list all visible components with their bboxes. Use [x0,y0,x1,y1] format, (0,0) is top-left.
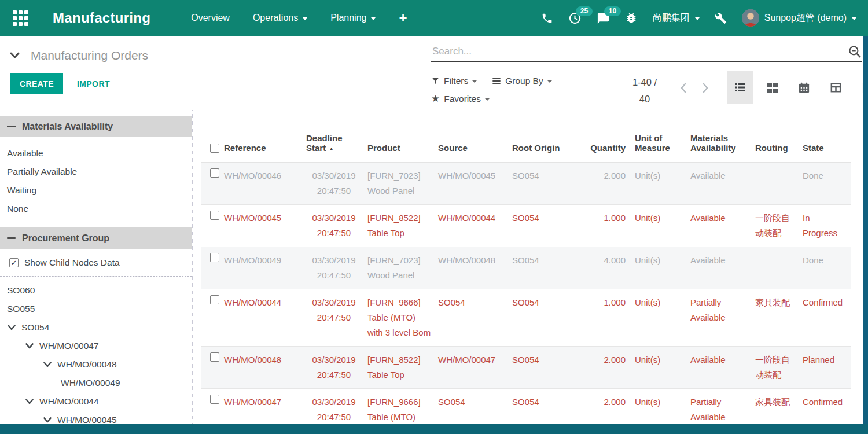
search-input[interactable] [431,45,848,58]
checkbox-empty [210,395,219,404]
column-header-quantity[interactable]: Quantity [584,110,634,162]
favorites-button[interactable]: ★ Favorites [431,94,490,104]
cell-quantity: 1.000 [584,204,634,247]
breadcrumb[interactable]: Manufacturing Orders [9,49,148,62]
cell-quantity: 4.000 [584,247,634,289]
calendar-view-button[interactable] [791,71,817,104]
pivot-view-button[interactable] [823,71,849,104]
cell-deadline: 03/30/2019 20:47:50 [305,162,366,204]
cell-source: WH/MO/00045 [437,162,511,204]
table-row[interactable]: WH/MO/0004903/30/2019 20:47:50[FURN_7023… [201,247,851,289]
company-switcher[interactable]: 尚鹏集团 [653,12,700,24]
table-header-row: ReferenceDeadline Start▲ProductSourceRoo… [201,110,851,162]
table-row[interactable]: WH/MO/0004803/30/2019 20:47:50[FURN_8522… [201,346,851,388]
cell-uom: Unit(s) [634,162,689,204]
user-menu[interactable]: Sunpop超管 (demo) [742,9,856,27]
content: Materials Availability AvailablePartiall… [0,110,868,434]
caret-down-icon [472,80,477,83]
cell-availability: Available [689,346,754,388]
cell-deadline: 03/30/2019 20:47:50 [305,204,366,247]
cell-root_origin: SO054 [511,346,584,388]
row-checkbox[interactable] [201,204,223,247]
pivot-icon [829,81,843,94]
caret-down-icon [303,17,307,20]
cell-state: Confirmed [801,289,851,346]
row-checkbox[interactable] [201,346,223,388]
column-header-state[interactable]: State [801,110,851,162]
column-header-materials-availability[interactable]: Materials Availability [689,110,754,162]
bottom-bar [0,424,868,434]
menu-planning[interactable]: Planning [330,13,376,23]
chevron-down-icon [9,52,20,60]
column-header-source[interactable]: Source [437,110,511,162]
phone-icon[interactable] [541,12,553,24]
bug-icon[interactable] [625,12,638,24]
filter-none[interactable]: None [0,200,192,218]
filters-button[interactable]: Filters [431,76,477,86]
apps-grid-icon[interactable] [13,10,28,26]
show-child-nodes-checkbox[interactable]: ✓ Show Child Nodes Data [0,249,192,275]
cell-uom: Unit(s) [634,289,689,346]
procurement-group-tree: SO060SO055SO054WH/MO/00047WH/MO/00048WH/… [0,281,192,429]
cell-quantity: 1.000 [584,289,634,346]
row-checkbox[interactable] [201,289,223,346]
column-header-product[interactable]: Product [366,110,437,162]
chevron-down-icon [25,343,34,350]
pager-next-button[interactable] [699,80,712,96]
vertical-scrollbar[interactable] [863,36,868,434]
cell-reference: WH/MO/00044 [223,289,305,346]
menu-operations[interactable]: Operations [253,13,307,23]
list-view-button[interactable] [727,71,753,104]
tree-item-wh-mo-00049[interactable]: WH/MO/00049 [0,374,192,392]
tree-item-wh-mo-00044[interactable]: WH/MO/00044 [0,392,192,411]
cell-availability: Available [689,162,754,204]
activities-clock-icon[interactable]: 25 [568,12,582,25]
column-header-reference[interactable]: Reference [223,110,305,162]
tree-item-so060[interactable]: SO060 [0,281,192,300]
cell-quantity: 2.000 [584,346,634,388]
pager-previous-button[interactable] [677,80,690,96]
table-row[interactable]: WH/MO/0004503/30/2019 20:47:50[FURN_8522… [201,204,851,247]
import-button[interactable]: IMPORT [73,73,113,94]
table-row[interactable]: WH/MO/0004403/30/2019 20:47:50[FURN_9666… [201,289,851,346]
plus-button[interactable]: + [399,12,407,24]
materials-availability-items: AvailablePartially AvailableWaitingNone [0,137,192,227]
row-checkbox[interactable] [201,247,223,289]
top-bar: Manufacturing OverviewOperationsPlanning… [0,0,868,36]
cell-reference: WH/MO/00049 [223,247,305,289]
tools-icon[interactable] [715,12,727,24]
page-title: Manufacturing Orders [31,49,148,62]
column-header-unit-of-measure[interactable]: Unit of Measure [634,110,689,162]
column-header-deadline-start[interactable]: Deadline Start▲ [305,110,366,162]
select-all-checkbox[interactable] [201,110,223,162]
column-header-root-origin[interactable]: Root Origin [511,110,584,162]
menu-overview[interactable]: Overview [191,13,230,23]
table-row[interactable]: WH/MO/0004603/30/2019 20:47:50[FURN_7023… [201,162,851,204]
cell-state: Done [801,247,851,289]
column-header-routing[interactable]: Routing [754,110,801,162]
search-magnifier-icon[interactable] [848,45,862,59]
filter-partially-available[interactable]: Partially Available [0,163,192,181]
messages-chat-icon[interactable]: 10 [597,12,610,25]
section-procurement-group[interactable]: Procurement Group [0,227,192,249]
orders-table: ReferenceDeadline Start▲ProductSourceRoo… [201,110,851,434]
tree-item-wh-mo-00047[interactable]: WH/MO/00047 [0,337,192,355]
cell-deadline: 03/30/2019 20:47:50 [305,247,366,289]
section-materials-availability[interactable]: Materials Availability [0,116,192,137]
filter-available[interactable]: Available [0,144,192,163]
tree-item-so054[interactable]: SO054 [0,318,192,337]
group-by-button[interactable]: Group By [492,76,551,86]
filter-waiting[interactable]: Waiting [0,181,192,200]
caret-down-icon [852,17,856,20]
row-checkbox[interactable] [201,162,223,204]
activities-badge: 25 [576,6,593,16]
list-view: ReferenceDeadline Start▲ProductSourceRoo… [193,110,868,434]
create-button[interactable]: CREATE [10,73,63,94]
kanban-view-button[interactable] [759,71,785,104]
tree-item-so055[interactable]: SO055 [0,300,192,318]
chevron-down-icon [25,398,34,405]
topbar-right: 25 10 尚鹏集团 Sunpop超管 (demo) [541,9,856,27]
avatar [742,9,759,27]
cell-uom: Unit(s) [634,346,689,388]
tree-item-wh-mo-00048[interactable]: WH/MO/00048 [0,355,192,374]
